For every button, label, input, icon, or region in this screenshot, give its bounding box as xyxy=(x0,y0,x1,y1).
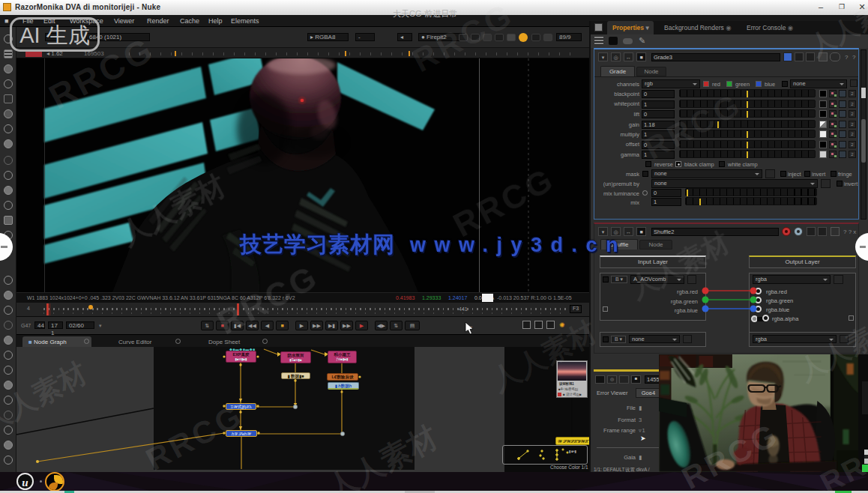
svg-text:▮■•▮: ▮■•▮ xyxy=(569,449,577,453)
